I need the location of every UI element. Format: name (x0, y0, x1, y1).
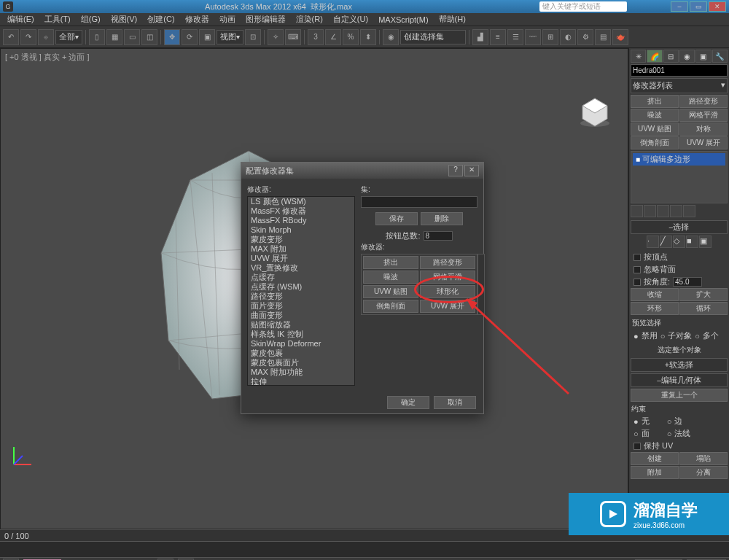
modifier-list-dropdown[interactable]: 修改器列表▾ (631, 78, 728, 93)
by-angle-checkbox[interactable] (634, 279, 641, 286)
gridbtn-spherify[interactable]: 球形化 (420, 285, 475, 298)
select-rect-button[interactable]: ▭ (124, 29, 140, 45)
named-sel-set[interactable]: 创建选择集 (400, 30, 466, 44)
menu-edit[interactable]: 编辑(E) (3, 13, 39, 26)
repeat-last-button[interactable]: 重复上一个 (631, 389, 728, 402)
render-frame-button[interactable]: ▤ (595, 29, 611, 45)
help-search-input[interactable]: 键入关键字或短语 (539, 1, 627, 12)
menu-animation[interactable]: 动画 (215, 13, 240, 26)
named-sel-button[interactable]: ◉ (383, 29, 399, 45)
delete-set-button[interactable]: 删除 (421, 212, 463, 225)
list-item[interactable]: UVW 展开 (248, 254, 354, 263)
maximize-button[interactable]: ▭ (690, 1, 707, 12)
gridbtn-extrude[interactable]: 挤出 (363, 256, 418, 269)
angle-spinner[interactable]: 45.0 (673, 277, 702, 287)
modify-tab[interactable]: 🌈 (647, 50, 662, 63)
mod-pathdeform[interactable]: 路径变形 (679, 95, 728, 108)
create-button[interactable]: 创建 (631, 452, 679, 465)
gridbtn-uvwmap[interactable]: UVW 贴图 (363, 285, 418, 298)
selection-filter[interactable]: 全部 ▾ (55, 30, 82, 44)
track-bar[interactable] (0, 541, 729, 557)
menu-tools[interactable]: 工具(T) (40, 13, 75, 26)
layers-button[interactable]: ☰ (507, 29, 523, 45)
grow-button[interactable]: 扩大 (679, 288, 728, 301)
mod-uvwmap[interactable]: UVW 贴图 (631, 122, 679, 136)
list-item[interactable]: 路径变形 (248, 292, 354, 301)
detach-button[interactable]: 分离 (679, 466, 728, 479)
button-count-spinner[interactable]: 8 (424, 231, 453, 241)
menu-view[interactable]: 视图(V) (106, 13, 142, 26)
list-item[interactable]: MAX 附加 (248, 244, 354, 254)
selection-rollout[interactable]: – 选择 (631, 220, 728, 234)
remove-mod-icon[interactable] (670, 205, 682, 217)
sets-dropdown[interactable] (361, 196, 477, 208)
manip-button[interactable]: ✧ (268, 29, 284, 45)
ok-button[interactable]: 确定 (387, 396, 429, 409)
minimize-button[interactable]: – (671, 1, 688, 12)
list-item[interactable]: MAX 附加功能 (248, 368, 354, 377)
move-button[interactable]: ✥ (164, 29, 180, 45)
select-name-button[interactable]: ▦ (106, 29, 122, 45)
list-item[interactable]: 样条线 IK 控制 (248, 330, 354, 339)
redo-button[interactable]: ↷ (20, 29, 36, 45)
link-button[interactable]: ⟐ (38, 29, 54, 45)
window-crossing-button[interactable]: ◫ (141, 29, 157, 45)
align-button[interactable]: ≡ (490, 29, 506, 45)
display-tab[interactable]: ▣ (695, 50, 711, 63)
subsel-poly-icon[interactable]: ■ (686, 236, 698, 248)
list-item[interactable]: SkinWrap Deformer (248, 339, 354, 349)
menu-customize[interactable]: 自定义(U) (329, 13, 373, 26)
gridbtn-bevelprofile[interactable]: 倒角剖面 (363, 300, 418, 313)
menu-create[interactable]: 创建(C) (143, 13, 179, 26)
dialog-close-button[interactable]: ✕ (464, 165, 479, 176)
list-item[interactable]: 曲面变形 (248, 311, 354, 320)
subsel-vertex-icon[interactable]: · (647, 236, 659, 248)
keep-uv-checkbox[interactable] (634, 443, 641, 450)
configure-sets-icon[interactable] (683, 205, 695, 217)
ref-coord[interactable]: 视图 ▾ (217, 30, 243, 44)
list-item[interactable]: 点缓存 (WSM) (248, 282, 354, 292)
mod-meshsmooth[interactable]: 网格平滑 (679, 109, 728, 122)
menu-graph[interactable]: 图形编辑器 (241, 13, 290, 26)
select-button[interactable]: ▯ (89, 29, 105, 45)
attach-button[interactable]: 附加 (631, 466, 679, 479)
make-unique-icon[interactable] (657, 205, 669, 217)
list-item[interactable]: 蒙皮变形 (248, 235, 354, 244)
pin-stack-icon[interactable] (631, 205, 643, 217)
mirror-button[interactable]: ▟ (472, 29, 488, 45)
list-item[interactable]: 面片变形 (248, 301, 354, 311)
render-button[interactable]: 🫖 (612, 29, 628, 45)
keymode-button[interactable]: ⌨ (285, 29, 301, 45)
list-item[interactable]: MassFX RBody (248, 216, 354, 225)
list-item[interactable]: 点缓存 (248, 273, 354, 282)
menu-help[interactable]: 帮助(H) (434, 13, 470, 26)
soft-selection-rollout[interactable]: + 软选择 (631, 358, 728, 372)
stack-editable-poly[interactable]: ■ 可编辑多边形 (633, 153, 725, 166)
pivot-button[interactable]: ⊡ (245, 29, 261, 45)
menu-render[interactable]: 渲染(R) (292, 13, 327, 26)
angle-snap-button[interactable]: ∠ (325, 29, 341, 45)
gridbtn-noise[interactable]: 噪波 (363, 271, 418, 284)
material-editor-button[interactable]: ◐ (560, 29, 576, 45)
motion-tab[interactable]: ◉ (679, 50, 695, 63)
list-item[interactable]: 拉伸 (248, 377, 354, 386)
modifiers-listbox[interactable]: LS 颜色 (WSM)MassFX 修改器MassFX RBodySkin Mo… (247, 196, 355, 386)
edit-geometry-rollout[interactable]: – 编辑几何体 (631, 373, 728, 387)
undo-button[interactable]: ↶ (3, 29, 19, 45)
grid-scrollbar[interactable] (477, 254, 485, 315)
create-tab[interactable]: ✳ (631, 50, 646, 63)
curve-editor-button[interactable]: 〰 (525, 29, 541, 45)
mod-uvwunwrap[interactable]: UVW 展开 (679, 136, 728, 149)
render-setup-button[interactable]: ⚙ (577, 29, 593, 45)
gridbtn-uvwunwrap[interactable]: UVW 展开 (420, 300, 475, 313)
schematic-button[interactable]: ⊞ (542, 29, 558, 45)
mod-extrude[interactable]: 挤出 (631, 95, 679, 108)
viewport-label[interactable]: [ +0 透视 ] 真实 + 边面 ] (5, 52, 90, 63)
list-item[interactable]: 贴图缩放器 (248, 320, 354, 330)
mod-bevelprofile[interactable]: 倒角剖面 (631, 136, 679, 149)
list-item[interactable]: 蒙皮包裹 (248, 349, 354, 358)
subsel-border-icon[interactable]: ◇ (673, 236, 685, 248)
subsel-edge-icon[interactable]: ╱ (660, 236, 672, 248)
dialog-help-button[interactable]: ? (448, 165, 463, 176)
by-vertex-checkbox[interactable] (634, 254, 641, 261)
